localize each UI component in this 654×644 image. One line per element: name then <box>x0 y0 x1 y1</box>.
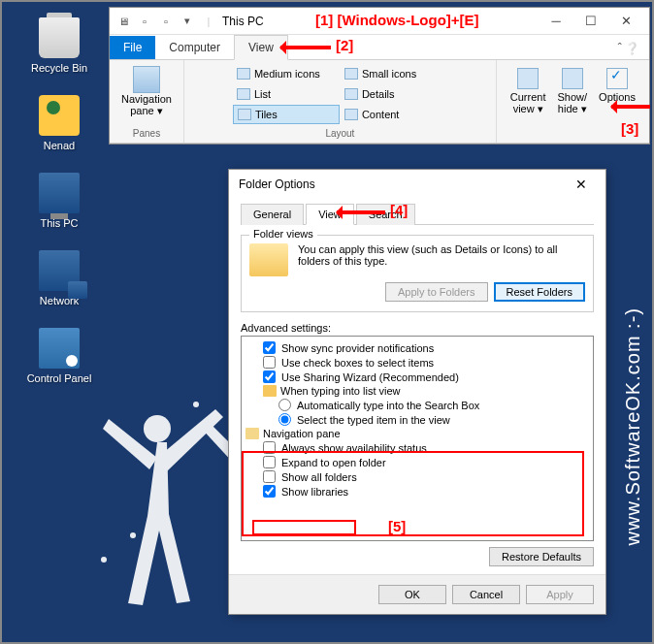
checkbox[interactable] <box>263 341 276 354</box>
quick-access-toolbar: 🖥 ▫ ▫ ▾ | <box>115 14 216 29</box>
arrow-2 <box>280 46 331 49</box>
advanced-settings-list[interactable]: Show sync provider notifications Use che… <box>241 336 594 541</box>
watermark: www.SoftwareOK.com :-) <box>622 307 644 545</box>
close-button[interactable]: ✕ <box>608 8 643 35</box>
dialog-titlebar[interactable]: Folder Options ✕ <box>229 170 605 199</box>
svg-point-2 <box>101 557 107 563</box>
navigation-pane-button[interactable]: Navigation pane ▾ <box>117 64 176 119</box>
desktop-icon-recycle[interactable]: Recycle Bin <box>25 17 93 74</box>
desktop-icon-user[interactable]: Nenad <box>25 95 93 151</box>
options-button[interactable]: Options <box>593 64 641 119</box>
layout-small[interactable]: Small icons <box>341 64 447 83</box>
folder-views-group: Folder views You can apply this view (su… <box>241 235 594 312</box>
layout-icon <box>237 88 250 100</box>
folder-views-icon <box>249 243 288 276</box>
group-label: Layout <box>325 126 354 139</box>
desktop-icon-thispc[interactable]: This PC <box>25 173 93 229</box>
apply-button[interactable]: Apply <box>526 585 594 604</box>
ribbon-group-panes: Navigation pane ▾ Panes <box>110 60 184 143</box>
tab-computer[interactable]: Computer <box>155 36 234 59</box>
layout-icon <box>344 109 358 120</box>
layout-medium[interactable]: Medium icons <box>233 64 340 83</box>
reset-folders-button[interactable]: Reset Folders <box>494 282 585 302</box>
checkbox[interactable] <box>263 470 276 483</box>
current-view-icon <box>517 68 539 89</box>
restore-defaults-button[interactable]: Restore Defaults <box>489 547 594 566</box>
window-title: This PC <box>222 15 539 28</box>
desktop-icon-network[interactable]: Network <box>25 250 93 306</box>
svg-point-0 <box>144 415 171 442</box>
adv-availability[interactable]: Always show availability status <box>244 440 591 455</box>
folder-icon <box>263 385 277 397</box>
show-hide-button[interactable]: Show/ hide ▾ <box>552 64 594 119</box>
navpane-label: Navigation pane ▾ <box>121 93 172 117</box>
minimize-button[interactable]: ─ <box>539 8 573 35</box>
layout-icon <box>237 68 250 80</box>
pc-icon <box>39 173 80 213</box>
tab-search[interactable]: Search <box>356 204 415 225</box>
app-icon: 🖥 <box>115 14 131 29</box>
radio[interactable] <box>278 399 291 411</box>
checkbox[interactable] <box>263 370 276 383</box>
checkbox[interactable] <box>263 356 276 369</box>
dialog-footer: OK Cancel Apply <box>229 574 605 614</box>
checkbox[interactable] <box>263 441 276 454</box>
icon-label: Recycle Bin <box>25 62 93 74</box>
group-label <box>572 126 574 139</box>
adv-autotype[interactable]: Automatically type into the Search Box <box>244 398 591 412</box>
network-icon <box>39 250 80 291</box>
layout-details[interactable]: Details <box>341 84 447 104</box>
dialog-tabs: General View Search <box>241 203 594 225</box>
advanced-label: Advanced settings: <box>241 322 594 334</box>
adv-allfolders[interactable]: Show all folders <box>244 469 591 484</box>
maximize-button[interactable]: ☐ <box>573 8 608 35</box>
adv-selecttyped[interactable]: Select the typed item in the view <box>244 412 591 427</box>
navpane-icon <box>133 66 160 93</box>
qat-properties-icon[interactable]: ▫ <box>137 14 152 29</box>
checkbox[interactable] <box>263 456 276 468</box>
tab-general[interactable]: General <box>241 204 304 225</box>
apply-to-folders-button[interactable]: Apply to Folders <box>385 282 487 302</box>
options-icon <box>606 68 628 89</box>
group-label: Panes <box>133 126 160 139</box>
adv-libraries[interactable]: Show libraries <box>244 484 591 499</box>
ribbon-body: Navigation pane ▾ Panes Medium icons Sma… <box>110 60 649 144</box>
icon-label: Nenad <box>25 140 93 151</box>
icon-label: Control Panel <box>25 372 93 384</box>
folder-views-text: You can apply this view (such as Details… <box>298 243 585 267</box>
qat-newfolder-icon[interactable]: ▫ <box>158 14 174 29</box>
explorer-window: 🖥 ▫ ▫ ▾ | This PC ─ ☐ ✕ File Computer Vi… <box>109 7 650 145</box>
adv-navpane-group: Navigation pane <box>244 427 591 440</box>
layout-tiles[interactable]: Tiles <box>233 105 340 124</box>
checkbox[interactable] <box>263 485 276 498</box>
radio[interactable] <box>278 413 291 426</box>
adv-checkboxes[interactable]: Use check boxes to select items <box>244 355 591 370</box>
arrow-4 <box>337 210 385 214</box>
show-hide-icon <box>562 68 583 89</box>
user-folder-icon <box>39 95 80 136</box>
ok-button[interactable]: OK <box>378 585 446 604</box>
cancel-button[interactable]: Cancel <box>452 585 520 604</box>
desktop-icon-cpanel[interactable]: Control Panel <box>25 328 93 384</box>
layout-content[interactable]: Content <box>341 105 447 124</box>
adv-sync[interactable]: Show sync provider notifications <box>244 340 591 355</box>
svg-point-4 <box>193 402 199 407</box>
groupbox-title: Folder views <box>249 228 317 240</box>
adv-sharing[interactable]: Use Sharing Wizard (Recommended) <box>244 370 591 384</box>
layout-list[interactable]: List <box>233 84 340 104</box>
adv-expand[interactable]: Expand to open folder <box>244 455 591 469</box>
qat-dropdown-icon[interactable]: ▾ <box>180 14 195 29</box>
window-controls: ─ ☐ ✕ <box>539 8 643 35</box>
layout-icon <box>344 68 358 80</box>
arrow-3 <box>611 105 650 109</box>
ribbon-group-layout: Medium icons Small icons List Details Ti… <box>184 60 497 143</box>
adv-typing-group: When typing into list view <box>244 384 591 398</box>
separator: | <box>201 14 216 29</box>
dialog-close-button[interactable]: ✕ <box>567 170 596 199</box>
layout-grid: Medium icons Small icons List Details Ti… <box>233 64 447 124</box>
titlebar[interactable]: 🖥 ▫ ▫ ▾ | This PC ─ ☐ ✕ <box>110 8 649 35</box>
tab-file[interactable]: File <box>110 36 155 59</box>
control-panel-icon <box>39 328 80 369</box>
ribbon-help-icon[interactable]: ˆ ❔ <box>608 38 649 59</box>
current-view-button[interactable]: Current view ▾ <box>505 64 552 119</box>
